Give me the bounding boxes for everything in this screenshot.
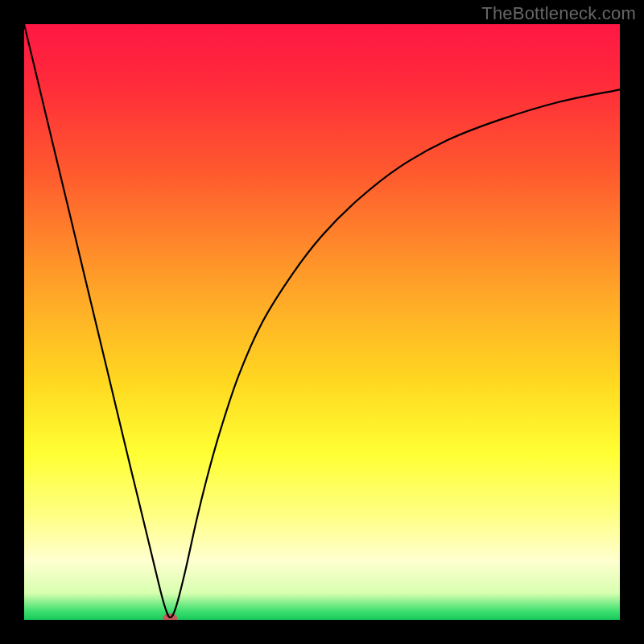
chart-plot-area <box>24 24 620 620</box>
chart-background-gradient <box>24 24 620 620</box>
chart-svg <box>24 24 620 620</box>
watermark-text: TheBottleneck.com <box>481 3 636 24</box>
chart-frame: TheBottleneck.com <box>0 0 644 644</box>
